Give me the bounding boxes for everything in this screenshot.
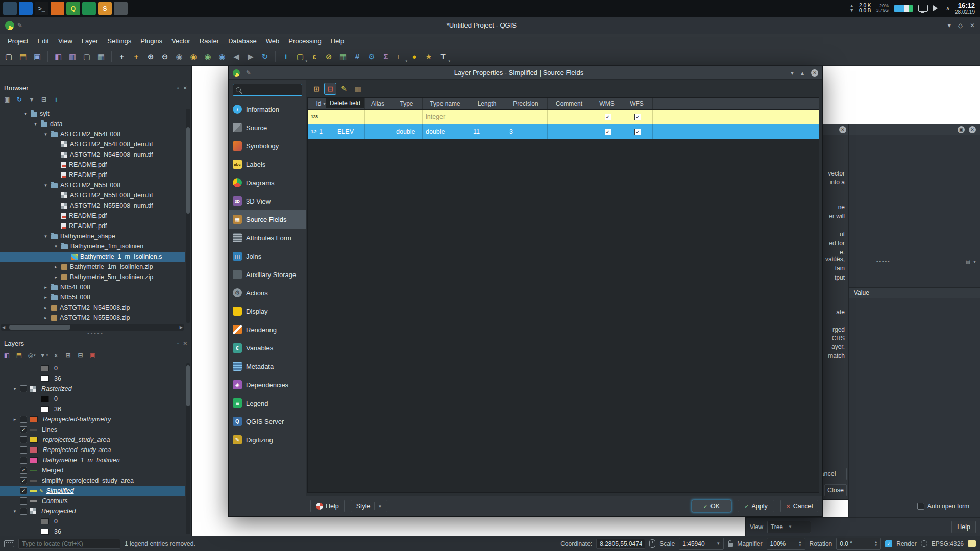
layer-visibility-checkbox[interactable] (20, 457, 27, 464)
dialog-sidebar-item[interactable]: ◫ Joins (229, 247, 306, 265)
dialog-titlebar[interactable]: ✎ Layer Properties - Simplified | Source… (229, 66, 822, 80)
panel-close-icon[interactable]: ✕ (183, 341, 187, 346)
layer-visibility-checkbox[interactable] (20, 467, 27, 474)
layer-visibility-checkbox[interactable] (20, 508, 27, 515)
view-mode-select[interactable]: Tree ▼ (767, 521, 811, 533)
close-icon[interactable]: ✕ (839, 126, 846, 133)
toolbar-icon[interactable]: ★ (422, 49, 435, 64)
browser-toolbar-icon[interactable]: ▼ (27, 94, 37, 105)
toolbar-icon[interactable]: ▦ (94, 49, 108, 64)
layers-toolbar-icon[interactable]: ◎ ▾ (27, 350, 37, 360)
table-row[interactable]: 1.2 1 ELEV double double 11 3 (308, 124, 819, 139)
window-titlebar[interactable]: ✎ *Untitled Project - QGIS ▾ ◇ ✕ (0, 17, 980, 34)
options-caret-icon[interactable]: ▾ (973, 259, 976, 264)
background-close-button[interactable]: Close (824, 484, 847, 496)
dialog-sidebar-item[interactable]: ▦ Source Fields (229, 210, 306, 229)
column-header[interactable]: WMS (593, 98, 623, 109)
toolbar-icon[interactable]: ▶ (244, 49, 257, 64)
taskbar-app-icon[interactable] (3, 2, 17, 15)
layer-visibility-checkbox[interactable] (20, 497, 27, 505)
taskbar-app-icon[interactable] (19, 2, 33, 15)
layer-item[interactable]: ▾ Reprojected (0, 506, 185, 516)
wfs-checkbox[interactable] (634, 114, 641, 120)
taskbar-app-icon[interactable] (114, 2, 128, 15)
layer-visibility-checkbox[interactable] (20, 446, 27, 454)
toolbar-icon[interactable]: ● (408, 49, 421, 64)
toolbar-icon[interactable]: ε (308, 49, 321, 64)
layers-toolbar-icon[interactable]: ▤ (14, 350, 24, 360)
layer-visibility-checkbox[interactable] (20, 477, 27, 484)
browser-toolbar-icon[interactable]: ↻ (14, 94, 24, 105)
taskbar-app-icon[interactable] (51, 2, 64, 15)
taskbar-app-icon[interactable]: Q (66, 2, 80, 15)
dialog-close-icon[interactable]: ✕ (811, 69, 818, 77)
fields-toolbar-icon[interactable]: ✎ (338, 83, 350, 95)
panel-float-icon[interactable]: ▣ (958, 126, 965, 133)
toolbar-icon[interactable]: ▢ (2, 49, 15, 64)
dialog-sidebar-item[interactable]: ✎ Digitizing (229, 431, 306, 449)
browser-tree-item[interactable]: ▸ Bathymetrie_1m_isolinien.zip (0, 262, 185, 272)
scale-select[interactable]: 1:45940 ▼ (679, 538, 724, 550)
browser-tree-item[interactable]: README.pdf (0, 221, 185, 231)
toolbar-icon[interactable]: ⊕ (144, 49, 157, 64)
toolbar-icon[interactable]: T ▾ (436, 49, 450, 64)
toolbar-icon[interactable] (275, 51, 276, 62)
wms-checkbox[interactable] (605, 114, 611, 120)
browser-tree-item[interactable]: README.pdf (0, 170, 185, 180)
panel-float-icon[interactable]: ▫ (177, 85, 179, 91)
menu-item[interactable]: Edit (33, 37, 53, 45)
expand-arrow-icon[interactable]: ▾ (43, 132, 48, 137)
menu-item[interactable]: Layer (77, 37, 103, 45)
scroll-right-icon[interactable]: ▶ (180, 325, 183, 330)
dialog-sidebar-item[interactable]: Diagrams (229, 173, 306, 192)
browser-tree-item[interactable]: Bathymetrie_1_m_Isolinien.s (0, 252, 185, 262)
layer-item[interactable]: simplify_reprojected_study_area (0, 475, 185, 486)
lock-icon[interactable] (728, 543, 733, 547)
toolbar-icon[interactable]: ◀ (230, 49, 243, 64)
panel-close-icon[interactable]: ✕ (969, 126, 976, 133)
browser-tree-item[interactable]: ▸ N055E008 (0, 292, 185, 303)
layers-vertical-scrollbar[interactable] (186, 363, 190, 534)
fields-toolbar-icon[interactable]: ⊞ (310, 83, 323, 95)
toolbar-icon[interactable]: ◉ (215, 49, 229, 64)
expand-arrow-icon[interactable]: ▸ (43, 295, 48, 300)
panel-float-icon[interactable]: ▫ (177, 341, 179, 346)
toolbar-icon[interactable]: # (351, 49, 364, 64)
browser-toolbar-icon[interactable]: ▣ (2, 94, 12, 105)
render-checkbox[interactable] (885, 540, 892, 547)
browser-tree-item[interactable]: ▾ Bathymetrie_shape (0, 231, 185, 241)
layer-visibility-checkbox[interactable] (20, 385, 27, 392)
browser-tree-item[interactable]: ▸ N054E008 (0, 282, 185, 292)
dialog-sidebar-item[interactable]: Attributes Form (229, 229, 306, 247)
browser-tree-item[interactable]: ASTGTM2_N55E008_dem.tif (0, 190, 185, 201)
search-input[interactable] (243, 86, 299, 94)
toolbar-icon[interactable]: Σ (379, 49, 393, 64)
shade-icon[interactable]: ▾ (791, 69, 794, 77)
browser-tree-item[interactable]: ASTGTM2_N54E008_num.tif (0, 149, 185, 160)
layer-item[interactable]: 36 (0, 373, 185, 384)
layer-visibility-checkbox[interactable] (20, 487, 27, 494)
browser-tree-item[interactable]: ▾ Bathymetrie_1m_isolinien (0, 241, 185, 252)
toolbar-icon[interactable]: ▥ (66, 49, 79, 64)
browser-tree-item[interactable]: ▸ Bathymetrie_5m_Isolinien.zip (0, 272, 185, 282)
minimize-button[interactable]: ▾ (948, 22, 951, 29)
table-row[interactable]: 123 integer (308, 110, 819, 124)
layer-item[interactable]: ▸ Reprojected-bathymetry (0, 414, 185, 424)
dialog-sidebar-item[interactable]: Source (229, 118, 306, 137)
background-cancel-button[interactable]: Cancel (823, 468, 847, 480)
toolbar-icon[interactable]: ◉ (201, 49, 214, 64)
browser-tree-item[interactable]: ▾ ASTGTM2_N54E008 (0, 129, 185, 139)
fields-toolbar-icon[interactable]: ▦ (352, 83, 364, 95)
browser-vertical-scrollbar[interactable] (186, 109, 190, 323)
taskbar-app-icon[interactable]: S (98, 2, 112, 15)
browser-tree-item[interactable]: ▾ ASTGTM2_N55E008 (0, 180, 185, 190)
expand-arrow-icon[interactable]: ▾ (12, 509, 17, 514)
browser-toolbar-icon[interactable]: ⊟ (39, 94, 49, 105)
messages-icon[interactable] (968, 540, 976, 547)
layers-toolbar-icon[interactable]: ▣ (88, 350, 98, 360)
dialog-sidebar-item[interactable]: Display (229, 302, 306, 320)
browser-horizontal-scrollbar[interactable]: ◀ ▶ (1, 324, 184, 331)
expand-arrow-icon[interactable]: ▾ (22, 111, 28, 116)
menu-item[interactable]: View (54, 37, 77, 45)
volume-icon[interactable] (933, 5, 941, 11)
